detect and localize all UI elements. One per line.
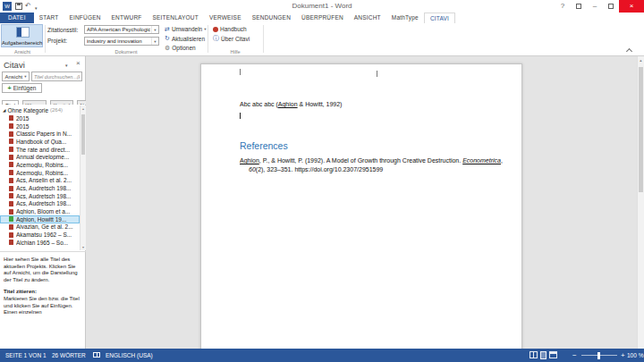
list-item[interactable]: Alchian 1965 – So... bbox=[0, 239, 80, 247]
task-pane-toggle-button[interactable]: Aufgabenbereich bbox=[1, 24, 43, 47]
convert-button[interactable]: ⇄ Umwandeln ▾ bbox=[165, 25, 206, 33]
print-layout-icon[interactable] bbox=[540, 351, 547, 359]
tab-sendungen[interactable]: SENDUNGEN bbox=[247, 13, 296, 23]
view-dropdown-button[interactable]: Ansicht ▾ bbox=[2, 72, 30, 81]
list-item[interactable]: The rate and direct... bbox=[0, 146, 80, 154]
citation-field[interactable]: Aghion bbox=[278, 101, 298, 107]
reference-type-icon bbox=[9, 131, 13, 137]
task-pane-label: Aufgabenbereich bbox=[2, 40, 42, 46]
reference-author: Aghion bbox=[240, 157, 259, 164]
pane-splitter[interactable] bbox=[0, 251, 86, 252]
refresh-button[interactable]: ↻ Aktualisieren bbox=[165, 35, 205, 43]
list-item[interactable]: Acemoglu, Robins... bbox=[0, 161, 80, 169]
language-indicator[interactable]: ENGLISCH (USA) bbox=[106, 349, 153, 362]
body-text: Abc abc abc ( bbox=[240, 101, 278, 107]
pane-close-icon[interactable]: × bbox=[76, 59, 80, 67]
manual-button[interactable]: Handbuch bbox=[213, 25, 247, 33]
tab-ansicht[interactable]: ANSICHT bbox=[349, 13, 386, 23]
scrollbar-thumb[interactable] bbox=[639, 67, 643, 192]
close-button[interactable]: × bbox=[619, 0, 644, 13]
reference-title: The rate and direct... bbox=[16, 147, 78, 153]
web-layout-icon[interactable] bbox=[549, 351, 557, 358]
tab-start[interactable]: START bbox=[34, 13, 64, 23]
zoom-level[interactable]: 100 % bbox=[627, 349, 643, 362]
text-cursor bbox=[240, 113, 241, 119]
list-item[interactable]: Acs, Anselin et al. 2... bbox=[0, 177, 80, 185]
list-item[interactable]: Acs, Audretsch 198... bbox=[0, 184, 80, 192]
list-item[interactable]: Aghion, Bloom et a... bbox=[0, 207, 80, 215]
list-item[interactable]: Akamatsu 1962 – S... bbox=[0, 231, 80, 239]
list-item[interactable]: 2015 bbox=[0, 114, 80, 122]
scroll-up-icon[interactable]: ▴ bbox=[638, 58, 644, 63]
about-citavi-button[interactable]: ⓘ Über Citavi bbox=[213, 35, 250, 43]
group-label-hilfe: Hilfe bbox=[208, 49, 263, 55]
list-item-selected[interactable]: Aghion, Howitt 19... bbox=[0, 215, 80, 223]
project-combobox[interactable]: industry and innovation ▾ bbox=[84, 37, 159, 46]
tab-notizen[interactable]: No bbox=[77, 100, 86, 105]
view-dropdown-label: Ansicht bbox=[5, 74, 23, 80]
chevron-down-icon[interactable]: ▾ bbox=[151, 38, 158, 45]
window-controls: ? – × bbox=[555, 0, 644, 13]
reference-title: Aghion, Bloom et a... bbox=[16, 208, 78, 215]
references-heading[interactable]: References bbox=[240, 140, 288, 151]
help-button[interactable]: ? bbox=[555, 0, 571, 13]
reference-entry[interactable]: Aghion, P., & Howitt, P. (1992). A Model… bbox=[240, 156, 508, 173]
tab-wissen[interactable]: Wissen bbox=[22, 100, 47, 105]
tab-citavi[interactable]: CITAVI bbox=[424, 13, 455, 23]
list-item[interactable]: Annual developme... bbox=[0, 153, 80, 161]
tab-titel[interactable]: Titel bbox=[2, 100, 19, 105]
tab-kapitel[interactable]: Kapitel bbox=[50, 100, 73, 105]
tab-verweise[interactable]: VERWEISE bbox=[204, 13, 247, 23]
tab-datei[interactable]: DATEI bbox=[0, 13, 34, 23]
minimize-button[interactable]: – bbox=[587, 0, 603, 13]
insert-citation-button[interactable]: + Einfügen bbox=[2, 83, 42, 93]
maximize-button[interactable] bbox=[603, 0, 619, 13]
scrollbar-thumb[interactable] bbox=[81, 114, 85, 155]
tree-scrollbar[interactable]: ▴ ▾ bbox=[80, 105, 86, 250]
maximize-icon bbox=[608, 4, 614, 9]
status-bar: SEITE 1 VON 1 26 WÖRTER ENGLISCH (USA) −… bbox=[0, 349, 644, 362]
document-page[interactable]: Abc abc abc (Aghion & Howitt, 1992) Refe… bbox=[200, 63, 522, 349]
list-item[interactable]: Acs, Audretsch 198... bbox=[0, 200, 80, 208]
list-item[interactable]: Classic Papers in N... bbox=[0, 130, 80, 138]
page-indicator[interactable]: SEITE 1 VON 1 bbox=[5, 349, 47, 362]
collapse-ribbon-icon[interactable] bbox=[626, 48, 632, 55]
tab-seitenlayout[interactable]: SEITENLAYOUT bbox=[147, 13, 203, 23]
refresh-label: Aktualisieren bbox=[172, 36, 205, 42]
search-input[interactable] bbox=[31, 72, 82, 81]
category-row[interactable]: ◢ Ohne Kategorie (264) bbox=[0, 105, 80, 114]
list-item[interactable]: 2015 bbox=[0, 122, 80, 130]
document-scrollbar[interactable]: ▴ bbox=[637, 56, 644, 349]
zoom-slider-thumb[interactable] bbox=[597, 352, 600, 359]
document-body-text[interactable]: Abc abc abc (Aghion & Howitt, 1992) bbox=[240, 101, 342, 107]
zoom-out-button[interactable]: − bbox=[572, 349, 577, 362]
group-divider bbox=[263, 25, 264, 53]
list-item[interactable]: Acemoglu, Robins... bbox=[0, 169, 80, 177]
citation-style-combobox[interactable]: APA American Psychological Asso... ▾ bbox=[84, 25, 159, 34]
expand-icon[interactable]: ◢ bbox=[3, 108, 5, 113]
reference-title: Acs, Anselin et al. 2... bbox=[16, 177, 78, 183]
list-item[interactable]: Aivazian, Ge et al. 2... bbox=[0, 223, 80, 232]
category-count: (264) bbox=[50, 107, 63, 113]
formatting-mark bbox=[240, 69, 241, 75]
tab-mathtype[interactable]: MathType bbox=[386, 13, 424, 23]
chevron-down-icon[interactable]: ▾ bbox=[151, 26, 158, 33]
reference-title: Acemoglu, Robins... bbox=[16, 170, 78, 176]
tab-ueberpruefen[interactable]: ÜBERPRÜFEN bbox=[296, 13, 349, 23]
spellcheck-icon[interactable] bbox=[93, 352, 100, 358]
convert-label: Umwandeln bbox=[172, 26, 202, 32]
read-mode-icon[interactable] bbox=[530, 351, 538, 358]
about-citavi-label: Über Citavi bbox=[221, 36, 250, 42]
zoom-in-button[interactable]: + bbox=[621, 349, 625, 362]
list-item[interactable]: Acs, Audretsch 198... bbox=[0, 192, 80, 200]
word-count[interactable]: 26 WÖRTER bbox=[52, 349, 86, 362]
tab-einfuegen[interactable]: EINFÜGEN bbox=[64, 13, 106, 23]
reference-text: (2), 323–351. https://doi.org/10.2307/29… bbox=[256, 166, 383, 173]
manual-label: Handbuch bbox=[220, 26, 247, 32]
reference-type-icon bbox=[9, 232, 13, 238]
list-item[interactable]: Handbook of Qua... bbox=[0, 138, 80, 146]
refresh-icon: ↻ bbox=[165, 35, 170, 42]
pane-options-icon[interactable]: ▾ bbox=[65, 63, 68, 68]
ribbon-display-options-button[interactable] bbox=[571, 0, 587, 13]
tab-entwurf[interactable]: ENTWURF bbox=[106, 13, 148, 23]
